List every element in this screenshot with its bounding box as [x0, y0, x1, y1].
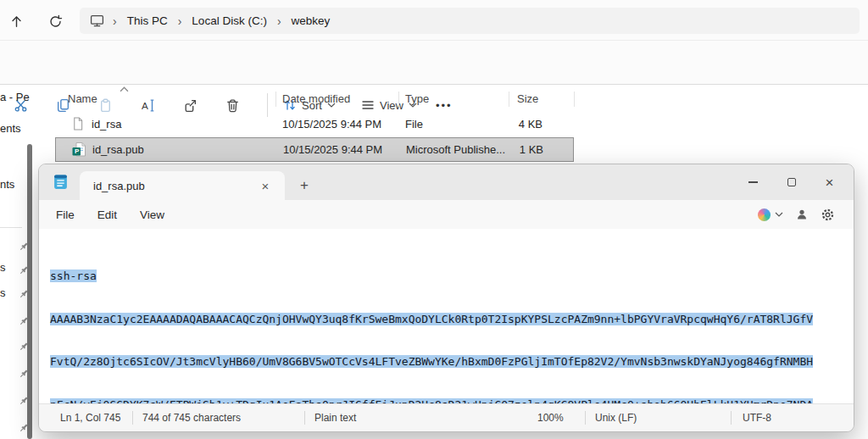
breadcrumb-chevron-icon[interactable]: › — [270, 14, 288, 28]
sidebar-scrollbar[interactable] — [27, 144, 32, 439]
sidebar-item-fragment[interactable]: s — [0, 261, 6, 274]
copilot-icon — [758, 208, 771, 221]
tab-close-icon[interactable]: × — [256, 176, 275, 195]
file-icon — [71, 116, 84, 131]
status-format: Plain text — [314, 412, 356, 424]
table-row-id-rsa[interactable]: id_rsa 10/15/2025 9:44 PM File 4 KB — [55, 113, 574, 137]
window-controls: × — [734, 164, 849, 200]
explorer-toolbar: A Sort View ••• — [0, 41, 868, 85]
explorer-navbar: › This PC › Local Disk (C:) › webkey — [0, 0, 868, 41]
status-cursor-position: Ln 1, Col 745 — [60, 412, 120, 424]
column-divider[interactable] — [574, 92, 575, 107]
sort-ascending-icon — [120, 86, 129, 92]
tab-id-rsa-pub[interactable]: id_rsa.pub × — [80, 171, 285, 200]
table-row-id-rsa-pub-selected[interactable]: P id_rsa.pub 10/15/2025 9:44 PM Microsof… — [55, 137, 574, 162]
notepad-statusbar: Ln 1, Col 745 744 of 745 characters Plai… — [39, 403, 854, 431]
maximize-icon — [787, 178, 796, 186]
status-divider — [585, 411, 586, 425]
column-divider[interactable] — [509, 92, 509, 107]
notepad-menubar: File Edit View — [39, 200, 854, 229]
menu-edit[interactable]: Edit — [89, 204, 125, 225]
breadcrumb: › This PC › Local Disk (C:) › webkey — [80, 8, 860, 34]
file-size: 4 KB — [475, 118, 542, 131]
editor-line: ssh-rsa — [50, 270, 854, 284]
new-tab-button[interactable]: + — [293, 175, 315, 197]
menu-file[interactable]: File — [47, 204, 83, 225]
file-name[interactable]: id_rsa — [92, 118, 121, 131]
file-date: 10/15/2025 9:44 PM — [283, 143, 382, 156]
sidebar-divider — [0, 227, 22, 228]
sidebar-item-fragment[interactable]: a - Pe — [0, 91, 30, 103]
notepad-app-icon — [53, 174, 69, 190]
minimize-icon — [748, 181, 758, 183]
chevron-down-icon — [775, 212, 783, 217]
gear-icon — [821, 208, 835, 222]
sidebar-item-fragment[interactable]: s — [0, 286, 6, 299]
notepad-titlebar[interactable]: id_rsa.pub × + × — [39, 164, 854, 200]
refresh-icon[interactable] — [44, 10, 66, 32]
account-button[interactable] — [795, 208, 809, 221]
column-header-name[interactable]: Name — [68, 92, 97, 105]
close-button[interactable]: × — [810, 167, 849, 197]
breadcrumb-item-webkey[interactable]: webkey — [288, 13, 334, 29]
column-divider[interactable] — [398, 92, 399, 107]
breadcrumb-item-local-disk[interactable]: Local Disk (C:) — [188, 13, 270, 29]
status-divider — [304, 411, 305, 425]
status-zoom-level[interactable]: 100% — [537, 412, 564, 424]
status-divider — [132, 411, 133, 425]
file-name[interactable]: id_rsa.pub — [92, 143, 144, 156]
column-divider[interactable] — [275, 92, 276, 107]
text-editor-area[interactable]: ssh-rsa AAAAB3NzaC1yc2EAAAADAQABAAACAQCz… — [39, 229, 854, 405]
svg-text:P: P — [75, 147, 80, 155]
status-line-ending: Unix (LF) — [595, 412, 637, 424]
this-pc-icon[interactable] — [90, 14, 104, 28]
status-divider — [731, 411, 732, 425]
file-type: File — [405, 118, 423, 131]
file-list-header: Name Date modified Type Size — [0, 87, 868, 109]
file-date: 10/15/2025 9:44 PM — [282, 118, 381, 131]
up-arrow-icon[interactable] — [5, 10, 27, 32]
minimize-button[interactable] — [734, 167, 772, 197]
editor-line: AAAAB3NzaC1yc2EAAAADAQABAAACAQCzQnjOHVwQ… — [50, 313, 854, 327]
breadcrumb-chevron-icon[interactable]: › — [106, 14, 124, 28]
close-icon: × — [826, 175, 834, 190]
settings-button[interactable] — [821, 208, 835, 222]
notepad-window: id_rsa.pub × + × File Edit View — [38, 164, 854, 432]
menu-view[interactable]: View — [131, 204, 173, 225]
menubar-right-icons — [758, 208, 854, 222]
maximize-button[interactable] — [772, 167, 810, 197]
sidebar-item-fragment[interactable]: nts — [0, 178, 14, 191]
column-header-type[interactable]: Type — [405, 92, 429, 105]
status-encoding: UTF-8 — [743, 412, 771, 424]
status-selection-count: 744 of 745 characters — [142, 412, 241, 424]
column-header-date-modified[interactable]: Date modified — [282, 92, 350, 105]
copilot-button[interactable] — [758, 208, 783, 221]
sidebar-item-fragment[interactable]: ents — [0, 122, 21, 135]
breadcrumb-item-this-pc[interactable]: This PC — [124, 13, 171, 29]
editor-line: FvtQ/2z8Ojtc6SIcOV/Jt3mcVlyHB60/UmV8G6BV… — [50, 355, 854, 370]
breadcrumb-chevron-icon[interactable]: › — [171, 14, 189, 28]
file-size: 1 KB — [476, 143, 543, 156]
column-header-size[interactable]: Size — [517, 92, 538, 105]
person-icon — [795, 208, 809, 221]
desktop-screen: › This PC › Local Disk (C:) › webkey A — [0, 0, 868, 439]
tab-title: id_rsa.pub — [93, 180, 145, 192]
publisher-file-icon: P — [72, 142, 86, 158]
